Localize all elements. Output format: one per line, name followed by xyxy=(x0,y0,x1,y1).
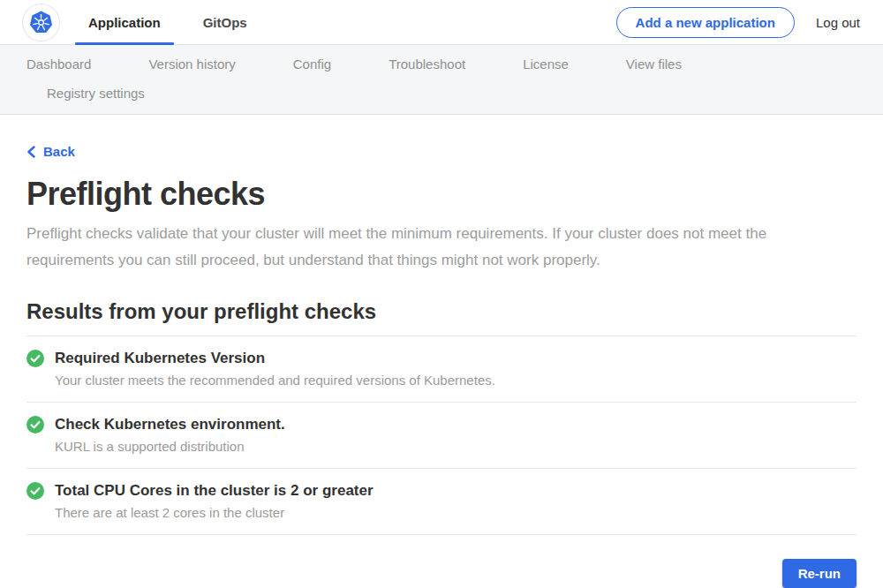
kubernetes-logo-icon xyxy=(23,4,59,41)
preflight-check-row: Total CPU Cores in the cluster is 2 or g… xyxy=(26,468,857,534)
main-content: Back Preflight checks Preflight checks v… xyxy=(0,115,883,588)
subnav-item[interactable]: Troubleshoot xyxy=(389,57,465,72)
check-pass-icon xyxy=(26,350,44,367)
logout-button[interactable]: Log out xyxy=(816,15,860,30)
subnav-item[interactable]: License xyxy=(523,57,569,72)
check-message: Your cluster meets the recommended and r… xyxy=(55,373,495,388)
preflight-check-row: Required Kubernetes Version Your cluster… xyxy=(26,335,857,402)
preflight-check-row: Check Kubernetes environment. KURL is a … xyxy=(26,402,857,468)
actions-bar: Re-run xyxy=(26,559,857,588)
tab-gitops-label: GitOps xyxy=(203,15,247,30)
chevron-left-icon xyxy=(26,146,36,158)
check-message: There are at least 2 cores in the cluste… xyxy=(55,505,374,521)
preflight-results-list: Required Kubernetes Version Your cluster… xyxy=(26,335,857,535)
main-header: Application GitOps Add a new application… xyxy=(0,0,883,45)
results-heading: Results from your preflight checks xyxy=(26,299,857,324)
check-text: Total CPU Cores in the cluster is 2 or g… xyxy=(55,481,374,521)
check-pass-icon xyxy=(26,416,44,433)
tab-application[interactable]: Application xyxy=(75,0,174,44)
subnav-item[interactable]: Version history xyxy=(148,57,235,72)
subnav-item[interactable]: Registry settings xyxy=(47,86,145,101)
page-title: Preflight checks xyxy=(26,176,857,213)
rerun-button[interactable]: Re-run xyxy=(782,559,857,588)
check-title: Required Kubernetes Version xyxy=(55,349,495,368)
tab-application-label: Application xyxy=(88,15,161,30)
check-title: Check Kubernetes environment. xyxy=(55,415,285,434)
subnav-row-1: DashboardVersion historyConfigTroublesho… xyxy=(26,57,857,72)
tab-gitops[interactable]: GitOps xyxy=(190,0,260,44)
admin-console-page: Application GitOps Add a new application… xyxy=(0,0,883,588)
back-link[interactable]: Back xyxy=(26,144,75,159)
logo-wrap xyxy=(23,0,59,44)
subnav-row-2: Registry settings xyxy=(26,86,857,101)
subnav-item[interactable]: Dashboard xyxy=(26,57,91,72)
check-text: Required Kubernetes Version Your cluster… xyxy=(55,349,495,388)
subnav-item[interactable]: Config xyxy=(293,57,331,72)
app-subnav: DashboardVersion historyConfigTroublesho… xyxy=(0,45,883,115)
subnav-item[interactable]: View files xyxy=(626,57,682,72)
check-title: Total CPU Cores in the cluster is 2 or g… xyxy=(55,481,374,501)
add-new-application-button[interactable]: Add a new application xyxy=(616,7,795,38)
check-pass-icon xyxy=(26,482,44,500)
back-link-label: Back xyxy=(43,144,75,159)
check-text: Check Kubernetes environment. KURL is a … xyxy=(55,415,285,455)
page-description: Preflight checks validate that your clus… xyxy=(26,221,857,274)
check-message: KURL is a supported distribution xyxy=(55,439,285,455)
header-right: Add a new application Log out xyxy=(616,0,860,44)
